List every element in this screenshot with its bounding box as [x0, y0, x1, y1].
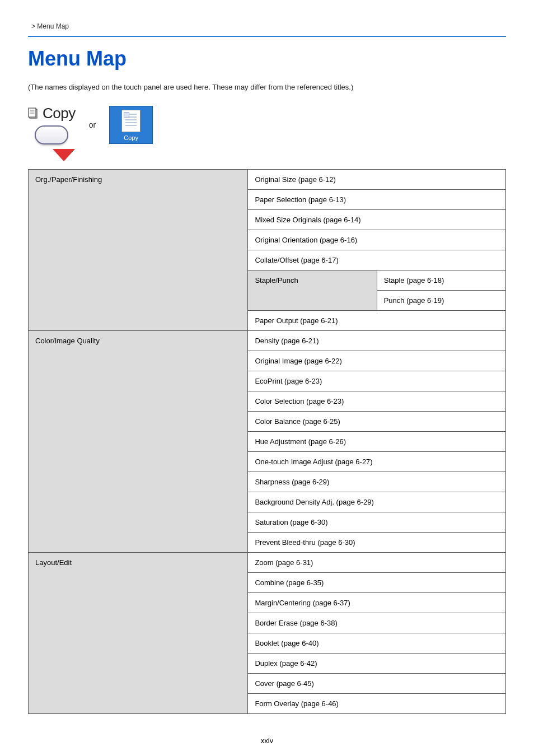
- menu-item[interactable]: Saturation (page 6-30): [248, 512, 506, 533]
- menu-item[interactable]: Density (page 6-21): [248, 331, 506, 351]
- menu-item[interactable]: Cover (page 6-45): [248, 674, 506, 694]
- document-stack-icon: [28, 108, 39, 120]
- menu-item[interactable]: One-touch Image Adjust (page 6-27): [248, 452, 506, 472]
- menu-item[interactable]: Border Erase (page 6-38): [248, 613, 506, 633]
- copy-hardware-label: Copy: [43, 105, 76, 122]
- menu-item[interactable]: Booklet (page 6-40): [248, 633, 506, 654]
- copy-touchpanel-label: Copy: [124, 134, 138, 141]
- copy-hardware-button[interactable]: [35, 125, 68, 144]
- menu-item: Staple/Punch: [248, 270, 377, 311]
- menu-item[interactable]: Paper Selection (page 6-13): [248, 190, 506, 210]
- menu-item[interactable]: Duplex (page 6-42): [248, 654, 506, 674]
- menu-item[interactable]: Prevent Bleed-thru (page 6-30): [248, 533, 506, 553]
- menu-item[interactable]: Staple (page 6-18): [377, 270, 505, 291]
- menu-item[interactable]: Sharpness (page 6-29): [248, 472, 506, 492]
- menu-item[interactable]: Form Overlay (page 6-46): [248, 694, 506, 714]
- paper-icon: [121, 110, 140, 132]
- copy-controls-row: Copy or Copy: [28, 105, 506, 144]
- or-label: or: [89, 120, 96, 129]
- menu-item[interactable]: Zoom (page 6-31): [248, 553, 506, 573]
- menu-table: Org./Paper/Finishing Original Size (page…: [28, 169, 506, 714]
- category-cell: Org./Paper/Finishing: [29, 170, 248, 331]
- menu-item[interactable]: Margin/Centering (page 6-37): [248, 593, 506, 613]
- intro-text: (The names displayed on the touch panel …: [28, 83, 506, 91]
- menu-item[interactable]: Original Orientation (page 6-16): [248, 230, 506, 250]
- hardware-copy-block: Copy: [28, 105, 76, 144]
- menu-item[interactable]: Background Density Adj. (page 6-29): [248, 492, 506, 512]
- category-cell: Layout/Edit: [29, 553, 248, 714]
- menu-item[interactable]: Original Image (page 6-22): [248, 351, 506, 371]
- menu-item[interactable]: Combine (page 6-35): [248, 573, 506, 593]
- menu-item[interactable]: EcoPrint (page 6-23): [248, 371, 506, 391]
- breadcrumb: > Menu Map: [28, 22, 506, 30]
- page-title: Menu Map: [28, 47, 506, 71]
- menu-item[interactable]: Color Balance (page 6-25): [248, 412, 506, 432]
- menu-item[interactable]: Color Selection (page 6-23): [248, 391, 506, 412]
- category-cell: Color/Image Quality: [29, 331, 248, 553]
- menu-item[interactable]: Mixed Size Originals (page 6-14): [248, 210, 506, 230]
- menu-item[interactable]: Hue Adjustment (page 6-26): [248, 432, 506, 452]
- copy-touchpanel-button[interactable]: Copy: [109, 106, 153, 144]
- menu-item[interactable]: Punch (page 6-19): [377, 291, 505, 311]
- menu-item[interactable]: Paper Output (page 6-21): [248, 311, 506, 331]
- arrow-down-icon: [53, 149, 75, 161]
- divider: [28, 36, 506, 37]
- svg-rect-1: [29, 108, 36, 117]
- menu-item[interactable]: Original Size (page 6-12): [248, 170, 506, 190]
- menu-item[interactable]: Collate/Offset (page 6-17): [248, 250, 506, 270]
- page-number: xxiv: [28, 736, 506, 745]
